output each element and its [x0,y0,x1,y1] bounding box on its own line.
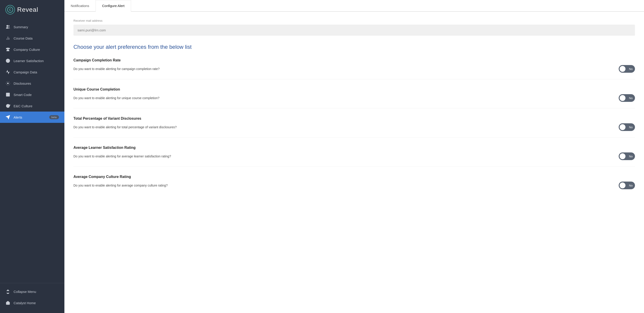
sidebar-item-label: Learner Satisfaction [14,59,59,63]
svg-point-10 [8,83,8,84]
sidebar-item-label: Course Data [14,36,59,40]
toggle-container-average-learner-satisfaction-rating: No [619,152,635,160]
sidebar-item-label: Summary [14,25,59,29]
sidebar-item-campaign-data[interactable]: Campaign Data [0,66,64,78]
receiver-mail-input[interactable] [74,25,635,36]
alert-section-total-percentage-variant-disclosures: Total Percentage of Variant Disclosures … [74,116,635,138]
toggle-label-unique-course-completion: No [629,96,633,100]
svg-text:C: C [9,8,11,11]
receiver-mail-section: Receiver mail address [74,19,635,44]
sidebar-item-label: Catalyst Home [14,301,59,305]
collapse-icon [6,289,10,294]
alert-description-average-company-culture-rating: Do you want to enable alerting for avera… [74,184,619,187]
users-icon [6,24,10,29]
sidebar-nav: Summary Course Data Company Culture [0,19,64,283]
group-icon [6,47,10,52]
alert-row-average-company-culture-rating: Do you want to enable alerting for avera… [74,182,635,189]
toggle-label-total-percentage-variant-disclosures: No [629,126,633,129]
sidebar-item-label: Collapse Menu [14,290,59,294]
svg-point-2 [6,25,8,27]
toggle-total-percentage-variant-disclosures[interactable]: No [619,123,635,131]
chart-icon [6,36,10,41]
toggle-container-total-percentage-variant-disclosures: No [619,123,635,131]
svg-point-7 [9,48,10,49]
gear-icon [6,81,10,86]
sidebar-item-summary[interactable]: Summary [0,21,64,32]
alerts-icon [6,115,10,120]
alert-row-unique-course-completion: Do you want to enable alerting for uniqu… [74,94,635,102]
tab-configure-alert[interactable]: Configure Alert [96,0,131,12]
logo-icon: C [6,5,15,14]
beta-badge: beta [49,115,59,119]
toggle-container-campaign-completion-rate: No [619,65,635,73]
toggle-knob-campaign-completion-rate [620,66,626,72]
sidebar-item-collapse-menu[interactable]: Collapse Menu [0,286,64,297]
sidebar-item-label: Campaign Data [14,70,59,74]
home-icon [6,300,10,305]
alert-section-campaign-completion-rate: Campaign Completion Rate Do you want to … [74,58,635,79]
toggle-knob-total-percentage-variant-disclosures [620,124,626,130]
receiver-label: Receiver mail address [74,19,635,22]
svg-point-6 [7,48,9,49]
star-icon [6,58,10,63]
toggle-label-average-learner-satisfaction-rating: No [629,155,633,158]
toggle-campaign-completion-rate[interactable]: No [619,65,635,73]
toggle-average-company-culture-rating[interactable]: No [619,182,635,189]
svg-point-8 [6,48,7,49]
alert-title-average-learner-satisfaction-rating: Average Learner Satisfaction Rating [74,146,635,150]
sidebar-item-disclosures[interactable]: Disclosures [0,78,64,89]
sidebar-item-label: Smart Code [14,93,59,97]
app-logo: C Reveal [0,0,64,19]
alert-description-unique-course-completion: Do you want to enable alerting for uniqu… [74,96,619,100]
preferences-title: Choose your alert preferences from the b… [74,44,635,50]
toggle-knob-average-company-culture-rating [620,182,626,188]
toggle-knob-average-learner-satisfaction-rating [620,153,626,159]
alerts-container: Campaign Completion Rate Do you want to … [74,58,635,196]
sidebar-item-learner-satisfaction[interactable]: Learner Satisfaction [0,55,64,66]
alert-section-average-learner-satisfaction-rating: Average Learner Satisfaction Rating Do y… [74,146,635,167]
sidebar-item-smart-code[interactable]: Smart Code [0,89,64,100]
alert-row-total-percentage-variant-disclosures: Do you want to enable alerting for total… [74,123,635,131]
toggle-container-average-company-culture-rating: No [619,182,635,189]
toggle-label-average-company-culture-rating: No [629,184,633,187]
campaign-icon [6,69,10,74]
svg-rect-11 [6,93,10,96]
alert-description-total-percentage-variant-disclosures: Do you want to enable alerting for total… [74,125,619,129]
main-content: Notifications Configure Alert Receiver m… [64,0,644,313]
sidebar-bottom: Collapse Menu Catalyst Home [0,283,64,313]
alert-description-campaign-completion-rate: Do you want to enable alerting for campa… [74,67,619,71]
sidebar-item-alerts[interactable]: Alerts beta [0,112,64,123]
sidebar-item-company-culture[interactable]: Company Culture [0,44,64,55]
alert-row-average-learner-satisfaction-rating: Do you want to enable alerting for avera… [74,152,635,160]
alert-title-total-percentage-variant-disclosures: Total Percentage of Variant Disclosures [74,116,635,121]
toggle-container-unique-course-completion: No [619,94,635,102]
toggle-unique-course-completion[interactable]: No [619,94,635,102]
tab-notifications[interactable]: Notifications [64,0,96,12]
alert-section-average-company-culture-rating: Average Company Culture Rating Do you wa… [74,175,635,196]
toggle-label-campaign-completion-rate: No [629,67,633,71]
app-title: Reveal [17,6,38,13]
alert-row-campaign-completion-rate: Do you want to enable alerting for campa… [74,65,635,73]
sidebar-item-label: Disclosures [14,81,59,85]
alert-section-unique-course-completion: Unique Course Completion Do you want to … [74,87,635,108]
sidebar-item-catalyst-home[interactable]: Catalyst Home [0,297,64,309]
alert-description-average-learner-satisfaction-rating: Do you want to enable alerting for avera… [74,154,619,158]
building-icon [6,92,10,97]
sidebar: C Reveal Summary Course Data [0,0,64,313]
toggle-knob-unique-course-completion [620,95,626,101]
sidebar-item-label: Alerts [14,115,46,119]
tabs-bar: Notifications Configure Alert [64,0,644,12]
content-area: Receiver mail address Choose your alert … [64,12,644,313]
sidebar-item-course-data[interactable]: Course Data [0,32,64,44]
alert-title-campaign-completion-rate: Campaign Completion Rate [74,58,635,62]
alert-title-average-company-culture-rating: Average Company Culture Rating [74,175,635,179]
sidebar-item-label: E&C Culture [14,104,59,108]
refresh-icon [6,103,10,108]
sidebar-item-label: Company Culture [14,48,59,51]
alert-title-unique-course-completion: Unique Course Completion [74,87,635,91]
sidebar-item-ec-culture[interactable]: E&C Culture [0,100,64,112]
toggle-average-learner-satisfaction-rating[interactable]: No [619,152,635,160]
